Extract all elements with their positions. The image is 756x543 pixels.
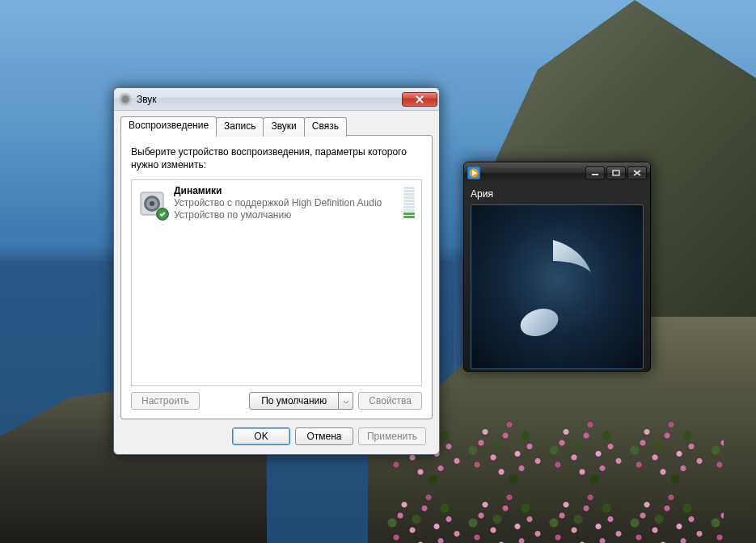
svg-point-3 <box>150 201 154 206</box>
media-player-window: Ария <box>463 162 651 372</box>
svg-rect-8 <box>613 170 619 175</box>
player-album-art[interactable] <box>471 204 644 369</box>
set-default-dropdown[interactable] <box>339 392 353 410</box>
device-item-speakers[interactable]: Динамики Устройство с поддержкой High De… <box>132 180 421 226</box>
close-button[interactable] <box>402 92 437 107</box>
media-player-titlebar[interactable] <box>464 162 650 183</box>
sound-dialog-titlebar[interactable]: Звук <box>114 88 439 111</box>
player-minimize-button[interactable] <box>585 166 605 179</box>
maximize-icon <box>612 167 620 179</box>
player-close-button[interactable] <box>627 166 647 179</box>
media-player-app-icon <box>467 166 480 179</box>
device-status: Устройство по умолчанию <box>174 209 395 221</box>
tab-playback[interactable]: Воспроизведение <box>120 116 217 136</box>
device-name: Динамики <box>174 185 395 197</box>
sound-dialog-title: Звук <box>137 94 402 105</box>
device-list[interactable]: Динамики Устройство с поддержкой High De… <box>131 179 422 386</box>
player-track-title: Ария <box>471 188 644 200</box>
tab-strip: Воспроизведение Запись Звуки Связь <box>120 116 433 136</box>
svg-rect-7 <box>592 174 598 175</box>
set-default-split-button[interactable]: По умолчанию <box>249 392 353 410</box>
chevron-down-icon <box>343 395 349 407</box>
set-default-button[interactable]: По умолчанию <box>249 392 339 410</box>
configure-button[interactable]: Настроить <box>131 392 200 410</box>
instruction-text: Выберите устройство воспроизведения, пар… <box>131 145 422 171</box>
check-badge-icon <box>156 208 169 221</box>
speaker-icon <box>138 190 166 217</box>
device-description: Устройство с поддержкой High Definition … <box>174 197 395 209</box>
close-icon <box>633 167 641 179</box>
apply-button[interactable]: Применить <box>358 427 426 445</box>
tab-communications[interactable]: Связь <box>304 117 347 137</box>
tab-sounds[interactable]: Звуки <box>263 117 304 137</box>
minimize-icon <box>591 167 599 179</box>
player-maximize-button[interactable] <box>606 166 626 179</box>
close-icon <box>415 95 424 103</box>
properties-button[interactable]: Свойства <box>358 392 422 410</box>
ok-button[interactable]: OK <box>232 427 290 445</box>
sound-dialog-window: Звук Воспроизведение Запись Звуки Связь … <box>113 87 440 455</box>
cancel-button[interactable]: Отмена <box>295 427 353 445</box>
tab-panel-playback: Выберите устройство воспроизведения, пар… <box>120 135 433 419</box>
music-note-icon <box>509 225 606 349</box>
level-meter <box>403 187 415 218</box>
sound-title-icon <box>119 93 132 106</box>
tab-recording[interactable]: Запись <box>216 117 264 137</box>
